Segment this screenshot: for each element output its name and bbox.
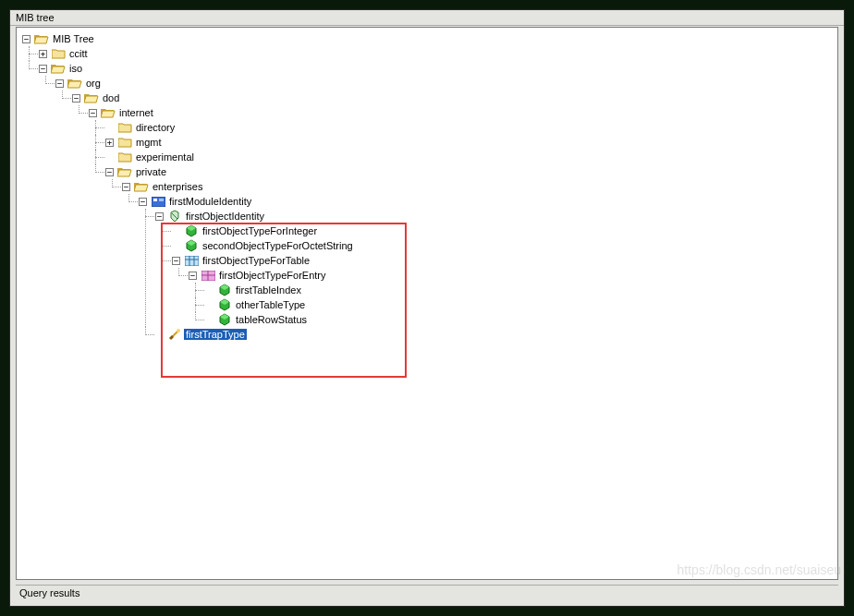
query-results-title: Query results <box>16 585 838 600</box>
tree-node-label[interactable]: firstObjectTypeForInteger <box>201 225 319 236</box>
collapse-icon[interactable]: − <box>105 168 114 176</box>
tree-row[interactable]: otherTableType <box>205 297 834 312</box>
tree-node-label[interactable]: firstModuleIdentity <box>167 196 253 207</box>
object-green-icon <box>217 298 232 311</box>
tree-row[interactable]: −org <box>55 76 834 91</box>
tree-row[interactable]: +mgmt <box>105 135 834 150</box>
expand-icon[interactable]: + <box>39 50 47 58</box>
folder-closed-icon <box>51 47 66 60</box>
tree-node-label[interactable]: tableRowStatus <box>234 314 309 325</box>
object-green-icon <box>217 284 232 296</box>
collapse-icon[interactable]: − <box>139 198 147 206</box>
module-icon <box>151 195 165 208</box>
folder-open-icon <box>84 91 99 104</box>
tree-node-label[interactable]: otherTableType <box>234 299 307 310</box>
object-green-icon <box>217 313 232 326</box>
folder-open-icon <box>34 32 49 45</box>
tree-row[interactable]: firstTrapType <box>155 327 834 342</box>
collapse-icon[interactable]: − <box>155 212 164 221</box>
tree-node-label[interactable]: dod <box>101 92 121 103</box>
tree-node: firstObjectTypeForInteger <box>172 223 834 238</box>
tree-node: −iso−org−dod−internetdirectory+mgmtexper… <box>39 61 834 342</box>
tree-node: −firstObjectTypeForEntryfirstTableIndexo… <box>189 268 834 327</box>
collapse-icon[interactable]: − <box>172 257 180 265</box>
collapse-icon[interactable]: − <box>89 109 97 117</box>
tree-node-label[interactable]: internet <box>117 107 155 118</box>
tree-row[interactable]: directory <box>105 120 834 135</box>
tree-node: +mgmt <box>105 135 834 150</box>
tree-node-label[interactable]: secondObjectTypeForOctetString <box>201 240 355 251</box>
svg-rect-0 <box>152 197 165 207</box>
collapse-icon[interactable]: − <box>189 272 197 280</box>
svg-rect-9 <box>185 256 199 266</box>
tree-node-label[interactable]: mgmt <box>134 137 164 148</box>
tree-node-label[interactable]: MIB Tree <box>51 33 96 44</box>
folder-open-icon <box>51 62 66 75</box>
tree-node: secondObjectTypeForOctetString <box>172 238 834 253</box>
folder-closed-icon <box>117 121 132 134</box>
tree-node-label[interactable]: directory <box>134 122 177 133</box>
panel-title: MIB tree <box>10 10 844 26</box>
mib-tree-window: MIB tree −MIB Tree+ccitt−iso−org−dod−int… <box>9 9 845 607</box>
tree-row[interactable]: −internet <box>89 105 834 120</box>
tree-node-label[interactable]: firstObjectIdentity <box>184 211 266 222</box>
mib-tree-root: −MIB Tree+ccitt−iso−org−dod−internetdire… <box>17 28 837 345</box>
folder-open-icon <box>117 165 132 178</box>
tree-node-label[interactable]: firstObjectTypeForTable <box>201 255 311 266</box>
tree-node-label[interactable]: firstTableIndex <box>234 284 303 296</box>
tree-node: tableRowStatus <box>205 312 834 327</box>
folder-open-icon <box>101 106 116 119</box>
tree-node: −MIB Tree+ccitt−iso−org−dod−internetdire… <box>22 31 834 342</box>
tree-row[interactable]: secondObjectTypeForOctetString <box>172 238 834 253</box>
tree-row[interactable]: experimental <box>105 150 834 164</box>
tree-node-label[interactable]: experimental <box>134 151 196 163</box>
tree-node-label[interactable]: firstTrapType <box>184 329 247 340</box>
folder-closed-icon <box>117 151 132 163</box>
folder-closed-icon <box>117 136 132 149</box>
svg-rect-2 <box>159 199 164 201</box>
tree-node-label[interactable]: ccitt <box>67 48 90 59</box>
tree-panel[interactable]: −MIB Tree+ccitt−iso−org−dod−internetdire… <box>16 27 838 580</box>
tree-row[interactable]: −firstObjectTypeForTable <box>172 253 834 268</box>
expand-icon[interactable]: + <box>105 139 114 147</box>
object-identity-icon <box>167 210 182 223</box>
entry-icon <box>201 269 215 282</box>
tree-node-label[interactable]: org <box>84 78 103 89</box>
tree-row[interactable]: −dod <box>72 91 834 105</box>
tree-node-label[interactable]: iso <box>67 63 84 74</box>
tree-row[interactable]: −MIB Tree <box>22 31 834 46</box>
collapse-icon[interactable]: − <box>22 35 30 43</box>
svg-rect-1 <box>153 199 157 201</box>
folder-open-icon <box>134 180 149 193</box>
tree-row[interactable]: −firstObjectTypeForEntry <box>189 268 834 283</box>
tree-node: −firstModuleIdentity−firstObjectIdentity… <box>139 194 834 342</box>
tree-node: −private−enterprises−firstModuleIdentity… <box>105 164 834 342</box>
object-green-icon <box>184 224 199 237</box>
tree-row[interactable]: firstTableIndex <box>205 283 834 297</box>
tree-node: firstTableIndex <box>205 283 834 297</box>
tree-node: otherTableType <box>205 297 834 312</box>
tree-node-label[interactable]: enterprises <box>151 181 204 192</box>
tree-node: +ccitt <box>39 46 834 61</box>
tree-node: −firstObjectIdentityfirstObjectTypeForIn… <box>155 209 834 327</box>
tree-row[interactable]: −enterprises <box>122 179 834 194</box>
tree-node-label[interactable]: firstObjectTypeForEntry <box>217 270 328 281</box>
tree-node: directory <box>105 120 834 135</box>
tree-row[interactable]: −firstObjectIdentity <box>155 209 834 223</box>
tree-node: −dod−internetdirectory+mgmtexperimental−… <box>72 91 834 342</box>
tree-node: −firstObjectTypeForTable−firstObjectType… <box>172 253 834 327</box>
tree-node-label[interactable]: private <box>134 166 168 177</box>
tree-row[interactable]: firstObjectTypeForInteger <box>172 223 834 238</box>
tree-row[interactable]: +ccitt <box>39 46 834 61</box>
collapse-icon[interactable]: − <box>55 79 64 88</box>
tree-row[interactable]: −iso <box>39 61 834 76</box>
tree-row[interactable]: tableRowStatus <box>205 312 834 327</box>
tree-node: experimental <box>105 150 834 164</box>
svg-point-22 <box>177 329 180 332</box>
collapse-icon[interactable]: − <box>122 183 130 191</box>
tree-row[interactable]: −firstModuleIdentity <box>139 194 834 209</box>
collapse-icon[interactable]: − <box>39 65 47 73</box>
tree-node: firstTrapType <box>155 327 834 342</box>
collapse-icon[interactable]: − <box>72 94 80 103</box>
tree-row[interactable]: −private <box>105 164 834 179</box>
